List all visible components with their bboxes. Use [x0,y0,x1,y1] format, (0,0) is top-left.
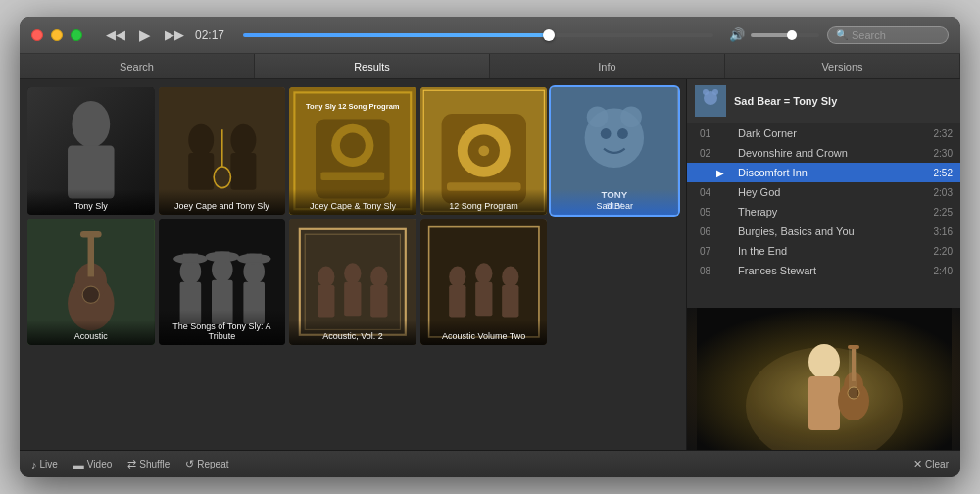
track-04[interactable]: 04 Hey God 2:03 [687,182,960,202]
album-grid: Tony Sly Joey [20,79,686,450]
track-duration-03: 2:52 [934,168,953,178]
track-num-08: 08 [695,266,710,276]
track-num-01: 01 [695,128,710,139]
live-icon: ♪ [31,459,37,470]
svg-point-23 [478,145,489,156]
svg-text:Tony Sly 12 Song Program: Tony Sly 12 Song Program [306,102,400,111]
track-duration-02: 2:30 [934,148,953,159]
volume-fill [751,33,792,37]
album-joey-cape-tony[interactable]: Tony Sly 12 Song Program Joey Cape & Ton… [289,87,416,215]
minimize-button[interactable] [51,29,63,41]
live-button[interactable]: ♪ Live [31,459,58,470]
volume-bar[interactable] [751,33,819,37]
volume-knob[interactable] [787,30,797,40]
tab-versions[interactable]: Versions [725,54,960,78]
track-num-07: 07 [695,246,710,257]
svg-rect-16 [321,172,385,180]
bottom-bar: ♪ Live ▬ Video ⇄ Shuffle ↺ Repeat ✕ Clea… [20,450,960,477]
svg-point-67 [502,266,518,287]
album-acoustic-vol2[interactable]: Acoustic, Vol. 2 [289,219,416,346]
album-acoustic-vol-two[interactable]: Acoustic Volume Two [420,219,548,346]
track-name-02: Devonshire and Crown [738,147,928,159]
progress-bar[interactable] [243,33,713,37]
track-num-04: 04 [695,187,710,198]
maximize-button[interactable] [71,29,82,41]
svg-point-2 [72,101,110,148]
clear-icon: ✕ [913,458,922,470]
svg-point-28 [621,106,643,127]
track-num-02: 02 [695,148,710,159]
svg-point-71 [703,89,709,95]
track-07[interactable]: 07 In the End 2:20 [687,241,960,261]
tab-info[interactable]: Info [490,54,725,78]
fast-forward-button[interactable]: ▶▶ [165,27,184,42]
tab-search[interactable]: Search [20,54,255,78]
progress-knob[interactable] [543,29,555,41]
track-01[interactable]: 01 Dark Corner 2:32 [687,124,960,143]
track-duration-05: 2:25 [934,207,953,218]
clear-button[interactable]: ✕ Clear [913,458,949,470]
album-12-song[interactable]: 12 Song Program [420,87,548,215]
album-tony-sly-label: Tony Sly [27,189,155,215]
performer-thumbnail [687,308,960,450]
svg-rect-58 [344,281,361,316]
track-03[interactable]: ▶ Discomfort Inn 2:52 [687,163,960,182]
svg-rect-8 [230,153,256,190]
album-joey-cape-tony-sly[interactable]: Joey Cape and Tony Sly [159,87,286,215]
right-panel: Sad Bear = Tony Sly 01 Dark Corner 2:32 … [686,79,960,450]
svg-point-63 [449,266,466,287]
video-label: Video [87,459,112,469]
search-icon: 🔍 [836,29,848,40]
track-duration-04: 2:03 [934,187,953,198]
album-acoustic[interactable]: Acoustic [27,219,155,346]
video-button[interactable]: ▬ Video [74,459,112,470]
volume-icon: 🔊 [729,27,745,42]
track-05[interactable]: 05 Therapy 2:25 [687,202,960,222]
svg-rect-6 [188,153,214,190]
svg-rect-68 [502,285,518,317]
track-02[interactable]: 02 Devonshire and Crown 2:30 [687,143,960,163]
svg-rect-66 [475,281,492,316]
svg-rect-64 [449,285,466,317]
shuffle-icon: ⇄ [127,458,136,470]
track-num-06: 06 [695,226,710,237]
clear-label: Clear [925,459,949,469]
svg-point-57 [344,263,361,284]
progress-fill [243,33,549,37]
svg-point-59 [370,266,387,287]
track-06[interactable]: 06 Burgies, Basics and You 3:16 [687,222,960,241]
repeat-button[interactable]: ↺ Repeat [185,458,228,470]
track-name-04: Hey God [738,186,928,198]
track-name-03: Discomfort Inn [738,167,928,178]
album-joey-cape-tony-sly-label: Joey Cape and Tony Sly [159,189,286,215]
album-acoustic-vol-two-label: Acoustic Volume Two [420,320,548,345]
album-songs-tribute[interactable]: The Songs of Tony Sly: A Tribute [159,219,286,346]
track-08[interactable]: 08 Frances Stewart 2:40 [687,261,960,280]
svg-point-27 [587,106,609,127]
main-window: ◀◀ ▶ ▶▶ 02:17 🔊 🔍 Search Results Info Ve… [20,17,960,477]
repeat-icon: ↺ [185,458,194,470]
search-box[interactable]: 🔍 [827,26,949,44]
svg-rect-47 [215,251,229,260]
titlebar: ◀◀ ▶ ▶▶ 02:17 🔊 🔍 [20,17,960,54]
track-duration-01: 2:32 [934,128,953,139]
album-sad-bear-label: Sad Bear [551,189,678,215]
rewind-button[interactable]: ◀◀ [106,27,125,42]
shuffle-button[interactable]: ⇄ Shuffle [127,458,170,470]
close-button[interactable] [31,29,43,41]
play-button[interactable]: ▶ [139,26,151,44]
svg-rect-43 [182,253,197,262]
track-name-07: In the End [738,245,928,257]
svg-point-29 [601,128,612,139]
album-header: Sad Bear = Tony Sly [687,79,960,124]
track-duration-07: 2:20 [934,246,953,257]
album-tony-sly[interactable]: Tony Sly [27,87,155,215]
playback-controls: ◀◀ ▶ ▶▶ [106,26,184,44]
search-input[interactable] [852,29,940,41]
album-12-song-label: 12 Song Program [420,189,548,215]
album-sad-bear[interactable]: TONY SLY Sad Bear [551,87,678,215]
performer-bg [687,308,960,450]
svg-point-30 [617,128,628,139]
tab-results[interactable]: Results [255,54,490,78]
album-header-title: Sad Bear = Tony Sly [734,95,953,107]
